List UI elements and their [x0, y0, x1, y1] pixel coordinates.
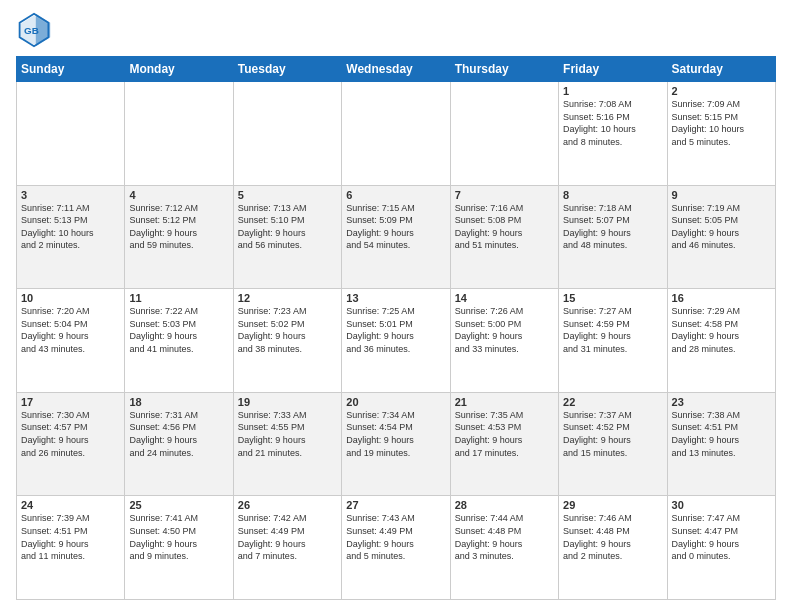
- calendar-week-2: 10Sunrise: 7:20 AMSunset: 5:04 PMDayligh…: [17, 289, 776, 393]
- day-info: Sunrise: 7:22 AMSunset: 5:03 PMDaylight:…: [129, 305, 228, 355]
- day-number: 7: [455, 189, 554, 201]
- day-info: Sunrise: 7:31 AMSunset: 4:56 PMDaylight:…: [129, 409, 228, 459]
- calendar-cell: 14Sunrise: 7:26 AMSunset: 5:00 PMDayligh…: [450, 289, 558, 393]
- calendar-cell: 20Sunrise: 7:34 AMSunset: 4:54 PMDayligh…: [342, 392, 450, 496]
- day-number: 14: [455, 292, 554, 304]
- day-info: Sunrise: 7:42 AMSunset: 4:49 PMDaylight:…: [238, 512, 337, 562]
- calendar-cell: 23Sunrise: 7:38 AMSunset: 4:51 PMDayligh…: [667, 392, 775, 496]
- day-number: 21: [455, 396, 554, 408]
- weekday-header-friday: Friday: [559, 57, 667, 82]
- day-info: Sunrise: 7:15 AMSunset: 5:09 PMDaylight:…: [346, 202, 445, 252]
- calendar-cell: 24Sunrise: 7:39 AMSunset: 4:51 PMDayligh…: [17, 496, 125, 600]
- calendar-cell: 12Sunrise: 7:23 AMSunset: 5:02 PMDayligh…: [233, 289, 341, 393]
- calendar-cell: 6Sunrise: 7:15 AMSunset: 5:09 PMDaylight…: [342, 185, 450, 289]
- day-info: Sunrise: 7:39 AMSunset: 4:51 PMDaylight:…: [21, 512, 120, 562]
- svg-text:GB: GB: [24, 25, 39, 36]
- day-info: Sunrise: 7:41 AMSunset: 4:50 PMDaylight:…: [129, 512, 228, 562]
- day-number: 13: [346, 292, 445, 304]
- calendar-cell: 8Sunrise: 7:18 AMSunset: 5:07 PMDaylight…: [559, 185, 667, 289]
- day-number: 10: [21, 292, 120, 304]
- day-info: Sunrise: 7:19 AMSunset: 5:05 PMDaylight:…: [672, 202, 771, 252]
- day-number: 30: [672, 499, 771, 511]
- day-info: Sunrise: 7:35 AMSunset: 4:53 PMDaylight:…: [455, 409, 554, 459]
- calendar-cell: 21Sunrise: 7:35 AMSunset: 4:53 PMDayligh…: [450, 392, 558, 496]
- calendar-cell: 29Sunrise: 7:46 AMSunset: 4:48 PMDayligh…: [559, 496, 667, 600]
- day-number: 25: [129, 499, 228, 511]
- day-number: 4: [129, 189, 228, 201]
- calendar-cell: 27Sunrise: 7:43 AMSunset: 4:49 PMDayligh…: [342, 496, 450, 600]
- day-info: Sunrise: 7:11 AMSunset: 5:13 PMDaylight:…: [21, 202, 120, 252]
- day-number: 23: [672, 396, 771, 408]
- day-number: 26: [238, 499, 337, 511]
- calendar-cell: 1Sunrise: 7:08 AMSunset: 5:16 PMDaylight…: [559, 82, 667, 186]
- day-number: 15: [563, 292, 662, 304]
- day-number: 29: [563, 499, 662, 511]
- day-info: Sunrise: 7:23 AMSunset: 5:02 PMDaylight:…: [238, 305, 337, 355]
- day-info: Sunrise: 7:26 AMSunset: 5:00 PMDaylight:…: [455, 305, 554, 355]
- day-number: 9: [672, 189, 771, 201]
- day-number: 22: [563, 396, 662, 408]
- calendar-cell: 2Sunrise: 7:09 AMSunset: 5:15 PMDaylight…: [667, 82, 775, 186]
- day-info: Sunrise: 7:12 AMSunset: 5:12 PMDaylight:…: [129, 202, 228, 252]
- calendar-week-4: 24Sunrise: 7:39 AMSunset: 4:51 PMDayligh…: [17, 496, 776, 600]
- calendar-cell: 26Sunrise: 7:42 AMSunset: 4:49 PMDayligh…: [233, 496, 341, 600]
- calendar-week-3: 17Sunrise: 7:30 AMSunset: 4:57 PMDayligh…: [17, 392, 776, 496]
- calendar-cell: 9Sunrise: 7:19 AMSunset: 5:05 PMDaylight…: [667, 185, 775, 289]
- day-info: Sunrise: 7:47 AMSunset: 4:47 PMDaylight:…: [672, 512, 771, 562]
- day-info: Sunrise: 7:18 AMSunset: 5:07 PMDaylight:…: [563, 202, 662, 252]
- calendar-cell: 3Sunrise: 7:11 AMSunset: 5:13 PMDaylight…: [17, 185, 125, 289]
- day-info: Sunrise: 7:20 AMSunset: 5:04 PMDaylight:…: [21, 305, 120, 355]
- day-info: Sunrise: 7:09 AMSunset: 5:15 PMDaylight:…: [672, 98, 771, 148]
- weekday-header-sunday: Sunday: [17, 57, 125, 82]
- weekday-header-monday: Monday: [125, 57, 233, 82]
- day-info: Sunrise: 7:43 AMSunset: 4:49 PMDaylight:…: [346, 512, 445, 562]
- day-number: 3: [21, 189, 120, 201]
- calendar-cell: 13Sunrise: 7:25 AMSunset: 5:01 PMDayligh…: [342, 289, 450, 393]
- day-number: 12: [238, 292, 337, 304]
- day-info: Sunrise: 7:33 AMSunset: 4:55 PMDaylight:…: [238, 409, 337, 459]
- day-number: 1: [563, 85, 662, 97]
- day-number: 11: [129, 292, 228, 304]
- day-info: Sunrise: 7:37 AMSunset: 4:52 PMDaylight:…: [563, 409, 662, 459]
- day-info: Sunrise: 7:44 AMSunset: 4:48 PMDaylight:…: [455, 512, 554, 562]
- day-number: 24: [21, 499, 120, 511]
- logo-icon: GB: [16, 12, 52, 48]
- day-info: Sunrise: 7:46 AMSunset: 4:48 PMDaylight:…: [563, 512, 662, 562]
- calendar-cell: 16Sunrise: 7:29 AMSunset: 4:58 PMDayligh…: [667, 289, 775, 393]
- day-info: Sunrise: 7:34 AMSunset: 4:54 PMDaylight:…: [346, 409, 445, 459]
- day-info: Sunrise: 7:27 AMSunset: 4:59 PMDaylight:…: [563, 305, 662, 355]
- page: GB SundayMondayTuesdayWednesdayThursdayF…: [0, 0, 792, 612]
- weekday-header-thursday: Thursday: [450, 57, 558, 82]
- day-info: Sunrise: 7:13 AMSunset: 5:10 PMDaylight:…: [238, 202, 337, 252]
- calendar-header: SundayMondayTuesdayWednesdayThursdayFrid…: [17, 57, 776, 82]
- weekday-header-saturday: Saturday: [667, 57, 775, 82]
- calendar-cell: 10Sunrise: 7:20 AMSunset: 5:04 PMDayligh…: [17, 289, 125, 393]
- day-number: 8: [563, 189, 662, 201]
- calendar-cell: 7Sunrise: 7:16 AMSunset: 5:08 PMDaylight…: [450, 185, 558, 289]
- day-info: Sunrise: 7:29 AMSunset: 4:58 PMDaylight:…: [672, 305, 771, 355]
- day-number: 5: [238, 189, 337, 201]
- day-number: 6: [346, 189, 445, 201]
- day-number: 17: [21, 396, 120, 408]
- day-info: Sunrise: 7:08 AMSunset: 5:16 PMDaylight:…: [563, 98, 662, 148]
- day-number: 27: [346, 499, 445, 511]
- calendar-cell: 19Sunrise: 7:33 AMSunset: 4:55 PMDayligh…: [233, 392, 341, 496]
- calendar-cell: 4Sunrise: 7:12 AMSunset: 5:12 PMDaylight…: [125, 185, 233, 289]
- calendar-cell: 30Sunrise: 7:47 AMSunset: 4:47 PMDayligh…: [667, 496, 775, 600]
- day-number: 28: [455, 499, 554, 511]
- day-number: 16: [672, 292, 771, 304]
- header: GB: [16, 12, 776, 48]
- calendar-cell: [342, 82, 450, 186]
- day-number: 20: [346, 396, 445, 408]
- calendar-cell: 17Sunrise: 7:30 AMSunset: 4:57 PMDayligh…: [17, 392, 125, 496]
- calendar-week-0: 1Sunrise: 7:08 AMSunset: 5:16 PMDaylight…: [17, 82, 776, 186]
- calendar-table: SundayMondayTuesdayWednesdayThursdayFrid…: [16, 56, 776, 600]
- day-info: Sunrise: 7:38 AMSunset: 4:51 PMDaylight:…: [672, 409, 771, 459]
- calendar-cell: 28Sunrise: 7:44 AMSunset: 4:48 PMDayligh…: [450, 496, 558, 600]
- calendar-week-1: 3Sunrise: 7:11 AMSunset: 5:13 PMDaylight…: [17, 185, 776, 289]
- logo: GB: [16, 12, 56, 48]
- calendar-cell: 25Sunrise: 7:41 AMSunset: 4:50 PMDayligh…: [125, 496, 233, 600]
- calendar-cell: [233, 82, 341, 186]
- calendar-body: 1Sunrise: 7:08 AMSunset: 5:16 PMDaylight…: [17, 82, 776, 600]
- day-info: Sunrise: 7:16 AMSunset: 5:08 PMDaylight:…: [455, 202, 554, 252]
